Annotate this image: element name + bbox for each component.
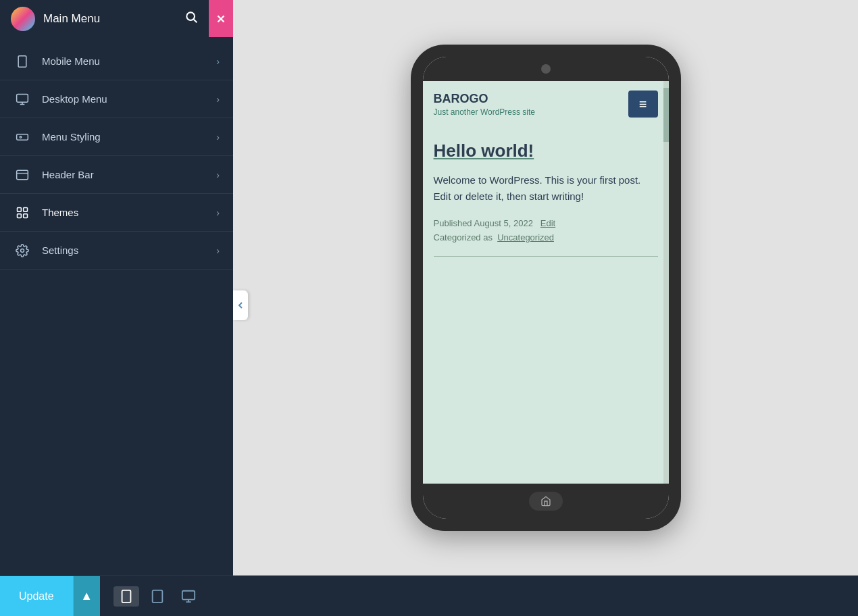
sidebar-item-label: Menu Styling bbox=[42, 131, 216, 143]
close-button[interactable] bbox=[209, 0, 233, 37]
svg-rect-13 bbox=[24, 207, 28, 211]
post-body: Welcome to WordPress. This is your first… bbox=[434, 172, 658, 205]
phone-mockup: BAROGO Just another WordPress site ≡ Hel… bbox=[411, 45, 681, 531]
update-button[interactable]: Update bbox=[0, 576, 73, 617]
header-icon bbox=[14, 166, 31, 184]
post-meta-published: Published August 5, 2022 Edit bbox=[434, 218, 658, 228]
svg-rect-14 bbox=[18, 213, 22, 217]
phone-bottom-bar bbox=[423, 484, 669, 519]
svg-point-9 bbox=[20, 136, 22, 138]
svg-rect-21 bbox=[182, 590, 194, 599]
svg-rect-10 bbox=[17, 170, 28, 179]
post-meta-category: Categorized as Uncategorized bbox=[434, 232, 658, 242]
mobile-icon bbox=[14, 53, 31, 70]
sidebar-item-label: Themes bbox=[42, 207, 216, 218]
site-branding: BAROGO Just another WordPress site bbox=[434, 92, 536, 117]
site-content: Hello world! Welcome to WordPress. This … bbox=[423, 127, 669, 270]
svg-rect-15 bbox=[24, 213, 28, 217]
themes-icon bbox=[14, 204, 31, 222]
mobile-device-button[interactable] bbox=[113, 586, 139, 607]
chevron-right-icon: › bbox=[216, 56, 220, 67]
chevron-right-icon: › bbox=[216, 94, 220, 105]
desktop-icon bbox=[14, 91, 31, 108]
chevron-right-icon: › bbox=[216, 245, 220, 256]
sidebar-item-label: Settings bbox=[42, 245, 216, 256]
chevron-right-icon: › bbox=[216, 170, 220, 180]
sidebar-item-desktop-menu[interactable]: Desktop Menu › bbox=[0, 80, 233, 118]
settings-icon bbox=[14, 242, 31, 259]
search-button[interactable] bbox=[182, 7, 201, 30]
hamburger-button[interactable]: ≡ bbox=[628, 91, 658, 118]
svg-point-0 bbox=[186, 12, 195, 20]
bottom-bar: Update ▲ bbox=[0, 575, 858, 616]
site-tagline: Just another WordPress site bbox=[434, 107, 536, 117]
sidebar-item-label: Desktop Menu bbox=[42, 93, 216, 105]
device-buttons bbox=[100, 586, 215, 607]
chevron-up-button[interactable]: ▲ bbox=[73, 576, 100, 617]
svg-rect-6 bbox=[17, 94, 28, 102]
svg-line-1 bbox=[194, 20, 197, 23]
post-edit-link[interactable]: Edit bbox=[540, 218, 555, 228]
post-title: Hello world! bbox=[434, 140, 658, 161]
phone-inner: BAROGO Just another WordPress site ≡ Hel… bbox=[423, 57, 669, 519]
sidebar: Main Menu Mobile Menu bbox=[0, 0, 233, 575]
sidebar-title: Main Menu bbox=[43, 12, 174, 26]
chevron-right-icon: › bbox=[216, 132, 220, 143]
phone-top-bar bbox=[423, 57, 669, 81]
sidebar-item-settings[interactable]: Settings › bbox=[0, 232, 233, 270]
nav-items: Mobile Menu › Desktop Menu › bbox=[0, 37, 233, 575]
phone-camera bbox=[541, 64, 551, 74]
sidebar-item-themes[interactable]: Themes › bbox=[0, 194, 233, 232]
sidebar-collapse-handle[interactable] bbox=[233, 290, 248, 320]
app-logo bbox=[11, 7, 35, 31]
styling-icon bbox=[14, 128, 31, 146]
sidebar-item-header-bar[interactable]: Header Bar › bbox=[0, 156, 233, 194]
sidebar-item-mobile-menu[interactable]: Mobile Menu › bbox=[0, 43, 233, 80]
desktop-device-button[interactable] bbox=[176, 586, 201, 607]
svg-point-16 bbox=[21, 249, 24, 252]
sidebar-item-menu-styling[interactable]: Menu Styling › bbox=[0, 118, 233, 156]
preview-area: BAROGO Just another WordPress site ≡ Hel… bbox=[233, 0, 858, 575]
sidebar-item-label: Mobile Menu bbox=[42, 55, 216, 67]
site-title: BAROGO bbox=[434, 92, 536, 106]
phone-home-button[interactable] bbox=[529, 492, 563, 511]
phone-scrollbar bbox=[663, 81, 669, 484]
tablet-device-button[interactable] bbox=[145, 586, 170, 607]
site-header: BAROGO Just another WordPress site ≡ bbox=[423, 81, 669, 127]
sidebar-item-label: Header Bar bbox=[42, 169, 216, 180]
svg-rect-12 bbox=[18, 207, 22, 211]
chevron-right-icon: › bbox=[216, 207, 220, 218]
post-category-link[interactable]: Uncategorized bbox=[497, 232, 554, 242]
sidebar-header: Main Menu bbox=[0, 0, 233, 37]
phone-screen[interactable]: BAROGO Just another WordPress site ≡ Hel… bbox=[423, 81, 669, 484]
scrollbar-thumb bbox=[663, 88, 669, 142]
post-divider bbox=[434, 256, 658, 257]
